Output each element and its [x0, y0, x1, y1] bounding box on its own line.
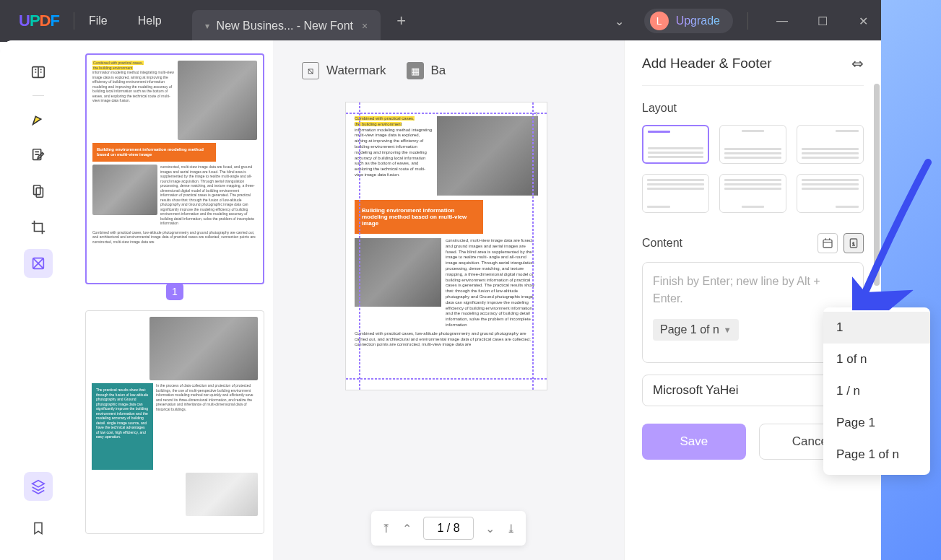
- left-rail: [0, 40, 77, 560]
- app-window: UPDF File Help ▾ New Busines... - New Fo…: [0, 0, 881, 560]
- last-page-button[interactable]: ⤓: [506, 522, 516, 535]
- window-close[interactable]: ✕: [852, 14, 874, 28]
- page-tools-toolbar: ⧅ Watermark ▦ Ba: [287, 55, 610, 87]
- svg-text:1: 1: [852, 242, 855, 246]
- dropdown-option-1-slash-n[interactable]: 1 / n: [823, 375, 930, 407]
- new-tab-button[interactable]: +: [396, 12, 406, 30]
- layout-option-5[interactable]: [719, 174, 786, 213]
- upgrade-button[interactable]: L Upgrade: [644, 9, 733, 33]
- bookmark-icon[interactable]: [24, 514, 53, 543]
- preview-image: [437, 116, 538, 196]
- edit-icon[interactable]: [24, 141, 53, 170]
- background-icon: ▦: [407, 62, 424, 79]
- panel-title: Add Header & Footer: [642, 56, 772, 71]
- expand-panel-icon[interactable]: ⇔: [851, 55, 864, 72]
- content-label: Content: [642, 237, 682, 250]
- layout-option-2[interactable]: [719, 125, 786, 164]
- svg-rect-2: [34, 185, 40, 195]
- preview-image-2: [355, 238, 441, 307]
- user-avatar: L: [650, 12, 669, 30]
- svg-rect-5: [823, 240, 832, 248]
- app-logo: UPDF: [19, 12, 59, 30]
- font-select[interactable]: Microsoft YaHei: [653, 383, 816, 398]
- page-preview[interactable]: 1 Combined with practical cases, the bui…: [345, 102, 547, 390]
- window-controls: — ☐ ✕: [771, 14, 874, 28]
- tab-close-icon[interactable]: ×: [362, 20, 368, 32]
- comment-icon[interactable]: [24, 105, 53, 134]
- tab-title: New Busines... - New Font: [217, 19, 353, 32]
- layout-option-3[interactable]: [797, 125, 864, 164]
- organize-icon[interactable]: [24, 177, 53, 206]
- tabs-overflow-icon[interactable]: ⌄: [615, 14, 624, 28]
- page-number-tag[interactable]: Page 1 of n ▼: [653, 319, 739, 341]
- save-button[interactable]: Save: [642, 424, 746, 460]
- insert-page-number-icon[interactable]: 1: [844, 233, 864, 253]
- page-number-format-dropdown: 1 1 of n 1 / n Page 1 Page 1 of n: [823, 307, 930, 475]
- app-body: Combined with practical cases, the build…: [0, 40, 881, 560]
- divider: [747, 12, 748, 30]
- layers-icon[interactable]: [24, 472, 53, 501]
- window-maximize[interactable]: ☐: [812, 14, 833, 28]
- layout-option-1[interactable]: [642, 125, 709, 164]
- page-navigator: ⤒ ⌃ 1 / 8 ⌄ ⤓: [371, 511, 526, 546]
- menu-help[interactable]: Help: [138, 14, 162, 27]
- preview-callout: Building environment information modelin…: [355, 200, 483, 234]
- panel-scrollbar[interactable]: [874, 84, 880, 286]
- next-page-button[interactable]: ⌄: [485, 522, 495, 535]
- svg-rect-3: [36, 188, 43, 197]
- dropdown-option-1-of-n[interactable]: 1 of n: [823, 344, 930, 375]
- layout-label: Layout: [642, 102, 864, 115]
- header-footer-panel: Add Header & Footer ⇔ Layout: [624, 40, 881, 560]
- watermark-tool[interactable]: ⧅ Watermark: [302, 62, 386, 79]
- layout-option-6[interactable]: [797, 174, 864, 213]
- reader-mode-icon[interactable]: [24, 58, 53, 87]
- dropdown-option-page-1[interactable]: Page 1: [823, 407, 930, 439]
- thumbnail-callout: Building environment information modelin…: [92, 143, 216, 162]
- dropdown-option-1[interactable]: 1: [823, 312, 930, 344]
- thumbnail-page-number: 1: [166, 283, 183, 300]
- thumbnails-panel: Combined with practical cases, the build…: [77, 40, 273, 560]
- tab-chevron-icon: ▾: [205, 21, 209, 31]
- page-indicator[interactable]: 1 / 8: [423, 517, 474, 540]
- thumbnail-page-1[interactable]: Combined with practical cases, the build…: [85, 53, 264, 284]
- insert-date-icon[interactable]: [818, 233, 838, 253]
- tag-chevron-icon: ▼: [724, 325, 732, 334]
- crop-icon[interactable]: [24, 213, 53, 242]
- menu-file[interactable]: File: [89, 14, 108, 27]
- watermark-icon: ⧅: [302, 62, 319, 79]
- upgrade-label: Upgrade: [676, 14, 720, 27]
- dropdown-option-page-1-of-n[interactable]: Page 1 of n: [823, 439, 930, 471]
- main-canvas: ⧅ Watermark ▦ Ba 1 Combined with practic…: [273, 40, 624, 560]
- prev-page-button[interactable]: ⌃: [402, 522, 412, 535]
- layout-options: [642, 125, 864, 213]
- titlebar: UPDF File Help ▾ New Busines... - New Fo…: [0, 0, 881, 42]
- thumbnail-page-2[interactable]: The practical results show that: through…: [85, 310, 264, 534]
- divider: [74, 12, 74, 30]
- document-tab[interactable]: ▾ New Busines... - New Font ×: [192, 10, 381, 42]
- layout-option-4[interactable]: [642, 174, 709, 213]
- window-minimize[interactable]: —: [771, 14, 793, 27]
- page-tools-icon[interactable]: [24, 249, 53, 278]
- background-tool[interactable]: ▦ Ba: [407, 62, 446, 79]
- first-page-button[interactable]: ⤒: [381, 522, 391, 535]
- content-placeholder: Finish by Enter; new line by Alt + Enter…: [653, 273, 853, 307]
